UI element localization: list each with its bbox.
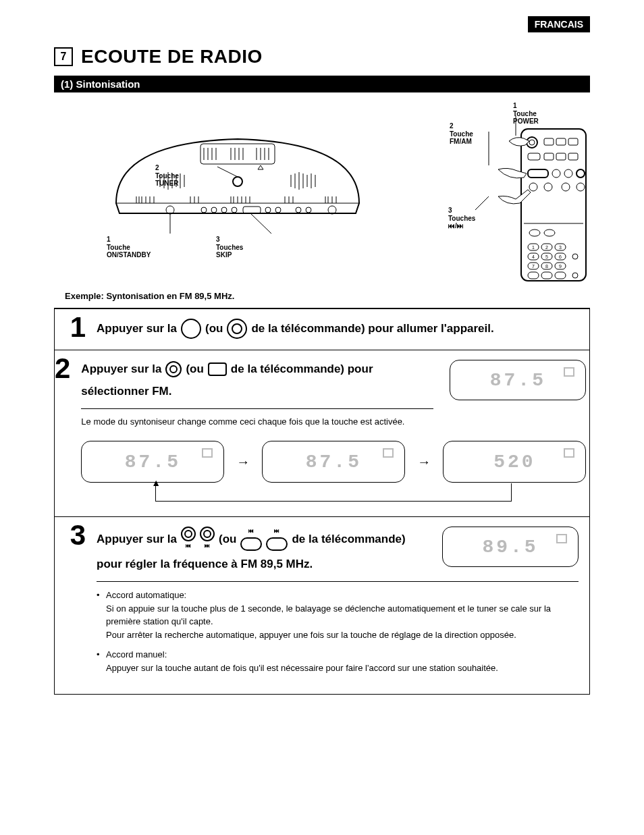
svg-text:1: 1 xyxy=(532,245,535,250)
step-2-text: Appuyer sur la (ou de la télécommande) p… xyxy=(81,360,433,378)
section-number-box: 7 xyxy=(54,47,73,66)
step-1-number: 1 xyxy=(55,309,90,350)
svg-point-77 xyxy=(576,169,585,178)
step-1: 1 Appuyer sur la (ou de la télécommande)… xyxy=(55,309,589,350)
svg-rect-95 xyxy=(528,272,539,279)
device-diagram: 2 Touche TUNER 1 Touche ON/STANDBY 3 Tou… xyxy=(54,102,421,284)
subsection-bar: (1) Sintonisation xyxy=(54,76,590,92)
svg-point-78 xyxy=(529,183,537,191)
remote-diagram: 123 456 789 1 Touche POWER 2 xyxy=(448,102,590,284)
svg-point-75 xyxy=(552,169,560,178)
svg-point-83 xyxy=(529,230,540,236)
svg-rect-67 xyxy=(544,138,554,145)
fmam-button-icon xyxy=(208,362,227,376)
step-3-number: 3 xyxy=(55,517,90,694)
arrow-up-icon: ▲ xyxy=(151,477,161,488)
steps-table: 1 Appuyer sur la (ou de la télécommande)… xyxy=(54,308,590,695)
step-3: 3 Appuyer sur la ⏮ ⏭ (ou ⏮ ⏭ de la téléc… xyxy=(55,516,589,694)
step-2-number: 2 xyxy=(55,350,74,516)
svg-point-50 xyxy=(201,207,207,213)
svg-text:7: 7 xyxy=(532,264,535,269)
svg-point-60 xyxy=(233,177,242,186)
svg-point-84 xyxy=(544,230,555,236)
tuner-mode-cycle: 87.5 → 87.5 → 520 ▲ xyxy=(81,441,586,506)
lcd-cycle-c: 520 xyxy=(443,441,586,483)
callout-tuner: 2 Touche TUNER xyxy=(155,164,179,188)
svg-point-98 xyxy=(572,273,578,278)
remote-skip-back-icon: ⏮ xyxy=(240,527,262,551)
diagram-row: 2 Touche TUNER 1 Touche ON/STANDBY 3 Tou… xyxy=(54,102,590,284)
svg-point-80 xyxy=(562,183,570,191)
cycle-return-line xyxy=(155,483,512,502)
lcd-display-step2: 87.5 xyxy=(450,360,586,400)
svg-line-110 xyxy=(475,196,489,210)
svg-point-58 xyxy=(306,207,311,213)
svg-rect-96 xyxy=(541,272,552,279)
callout-fmam: 2 Touche FM/AM xyxy=(450,122,473,146)
section-title: ECOUTE DE RADIO xyxy=(81,46,263,68)
svg-rect-70 xyxy=(528,153,540,160)
svg-line-62 xyxy=(251,214,271,234)
skip-back-button-icon: ⏮ xyxy=(181,527,196,551)
svg-rect-71 xyxy=(544,153,554,160)
step-1-text: Appuyer sur la (ou de la télécommande) p… xyxy=(97,319,579,339)
remote-skip-fwd-icon: ⏭ xyxy=(266,527,288,551)
step-3-text: Appuyer sur la ⏮ ⏭ (ou ⏮ ⏭ de la télécom… xyxy=(97,527,426,551)
skip-fwd-button-icon: ⏭ xyxy=(200,527,215,551)
language-badge: FRANCAIS xyxy=(528,16,590,32)
callout-power: 1 Touche POWER xyxy=(513,102,539,126)
tuner-button-icon xyxy=(165,361,182,377)
remote-power-icon xyxy=(227,319,247,339)
lcd-display-step3: 89.5 xyxy=(442,527,579,567)
callout-skip-remote: 3 Touches ⏮/⏭ xyxy=(448,207,475,230)
svg-text:9: 9 xyxy=(559,264,562,269)
svg-point-91 xyxy=(572,254,578,259)
svg-point-55 xyxy=(265,207,271,213)
manual-page: FRANCAIS 7 ECOUTE DE RADIO (1) Sintonisa… xyxy=(0,0,644,835)
svg-rect-64 xyxy=(521,129,586,281)
svg-text:2: 2 xyxy=(545,245,548,250)
callout-skip: 3 Touches SKIP xyxy=(216,236,243,259)
lcd-cycle-b: 87.5 xyxy=(262,441,405,483)
svg-rect-73 xyxy=(568,153,578,160)
section-title-row: 7 ECOUTE DE RADIO xyxy=(54,46,590,68)
svg-point-57 xyxy=(296,207,301,213)
arrow-right-icon: → xyxy=(417,454,431,470)
step-3-notes: Accord automatique: Si on appuie sur la … xyxy=(97,589,579,674)
divider xyxy=(97,581,579,582)
svg-point-51 xyxy=(211,207,217,213)
svg-point-52 xyxy=(221,207,227,213)
step-2-note: Le mode du syntoniseur change comme ceci… xyxy=(81,416,433,429)
note-auto: Accord automatique: Si on appuie sur la … xyxy=(97,589,579,641)
svg-point-76 xyxy=(564,169,572,178)
svg-text:5: 5 xyxy=(545,254,548,259)
svg-point-56 xyxy=(275,207,281,213)
lcd-cycle-a: 87.5 xyxy=(81,441,224,483)
svg-rect-97 xyxy=(555,272,566,279)
svg-point-79 xyxy=(544,183,552,191)
step-2: 2 Appuyer sur la (ou de la télécommande)… xyxy=(55,350,589,516)
svg-rect-69 xyxy=(568,138,578,145)
svg-line-63 xyxy=(217,167,238,177)
callout-onstandby: 1 Touche ON/STANDBY xyxy=(107,236,151,259)
svg-point-66 xyxy=(529,140,535,145)
svg-rect-54 xyxy=(243,207,261,213)
svg-rect-68 xyxy=(556,138,566,145)
power-button-icon xyxy=(181,319,201,339)
svg-point-53 xyxy=(232,207,237,213)
example-line: Exemple: Syntonisation en FM 89,5 MHz. xyxy=(65,291,590,301)
svg-text:4: 4 xyxy=(532,254,535,259)
svg-text:3: 3 xyxy=(559,245,562,250)
svg-text:8: 8 xyxy=(545,264,548,269)
svg-rect-72 xyxy=(556,153,566,160)
svg-rect-74 xyxy=(528,169,548,178)
note-manual: Accord manuel: Appuyer sur la touche aut… xyxy=(97,648,579,674)
svg-point-81 xyxy=(576,183,585,191)
svg-text:6: 6 xyxy=(559,254,562,259)
arrow-right-icon: → xyxy=(236,454,250,470)
divider xyxy=(81,408,433,409)
